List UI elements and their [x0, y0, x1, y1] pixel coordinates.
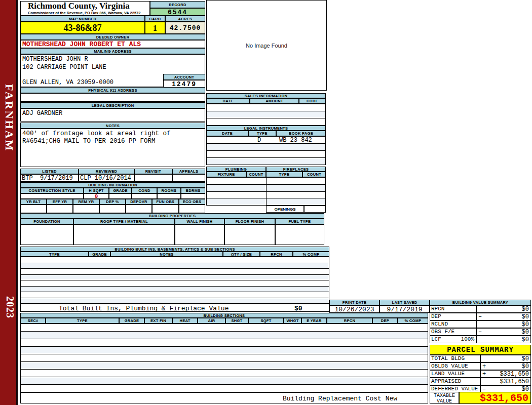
depovr-label: DEPOVR	[126, 199, 152, 205]
bvs-row-label: DEP	[430, 313, 476, 320]
reviewed-label: REVIEWED	[79, 169, 134, 174]
county-header: Richmond County, Virginia Commissioner o…	[20, 1, 150, 16]
print-date-value: 10/26/2023	[329, 305, 379, 313]
appeals-value	[172, 174, 205, 182]
table-row	[21, 339, 428, 347]
wall-finish-value	[175, 224, 224, 245]
bs-sqft-label: SQFT	[248, 318, 284, 323]
bvs-row-value: $0	[476, 305, 531, 313]
building-sections-label: BUILDING SECTIONS	[20, 313, 428, 318]
bs-grade-label: GRADE	[119, 318, 144, 323]
bvs-row-label: LCF100%	[430, 336, 476, 343]
bvs-pct	[474, 321, 476, 328]
table-row	[21, 362, 428, 370]
li-bookpage-label: BOOK PAGE	[276, 131, 326, 136]
building-sections-table	[20, 323, 428, 392]
table-row	[207, 158, 325, 165]
ps-amount: $331,650	[500, 371, 529, 377]
table-row	[21, 275, 329, 281]
card-label: CARD	[145, 16, 165, 22]
yrblt-label: YR BLT	[20, 199, 47, 205]
table-row	[207, 151, 325, 158]
fireplaces-label: FIREPLACES	[266, 167, 326, 172]
ps-op: +	[482, 371, 486, 377]
legal-description-label: LEGAL DESCRIPTION	[20, 102, 205, 108]
fireplace-type-label: TYPE	[266, 172, 302, 177]
hsqft-value: 0	[84, 193, 109, 199]
builtins-qty-label: QTY / SIZE	[223, 252, 260, 257]
table-row	[21, 257, 329, 263]
acres-value: 42.7500	[165, 22, 205, 34]
sales-code-label: CODE	[299, 98, 326, 104]
bvs-row-label: RPCN	[430, 305, 476, 313]
building-value-summary-table: RPCN $0 DEP –$0 RCLND $0 OBS F/E –$0 LCF…	[430, 305, 531, 342]
table-row	[21, 370, 428, 377]
bs-whgt-label: WHGT	[284, 318, 301, 323]
bvs-amount: $0	[522, 329, 529, 335]
yrblt-value	[20, 205, 47, 213]
map-number-value: 43-86&87	[20, 22, 145, 34]
openings-label: OPENINGS	[266, 206, 304, 213]
physical-address-value	[20, 93, 205, 102]
bs-sec-label: SEC#	[20, 318, 46, 323]
notes-label: NOTES	[20, 123, 205, 129]
floor-finish-value	[224, 224, 275, 245]
bvs-row-label: RCLND	[430, 320, 476, 328]
no-image-text: No Image Found	[246, 43, 287, 49]
sales-table	[206, 104, 326, 126]
bs-air-label: AIR	[198, 318, 225, 323]
bvs-name: RPCN	[431, 306, 444, 312]
builtins-comp-label: % COMP	[293, 252, 329, 257]
replacement-cost-label: Building Replacement Cost New	[251, 395, 428, 402]
builtins-notes-label: NOTES	[110, 252, 223, 257]
bvs-pct	[474, 306, 476, 312]
deeded-owner-label: DEEDED OWNER	[20, 34, 205, 40]
parcel-summary-table: TOTAL BLDG VALUE $0 OBLDG VALUE +$0 LAND…	[430, 355, 531, 392]
funobs-value	[152, 205, 179, 213]
building-sections-footer-row: Building Replacement Cost New	[20, 392, 428, 403]
county-subtitle: Commissioner of the Revenue, PO Box 366,…	[28, 11, 149, 15]
table-row	[21, 287, 329, 293]
fuel-type-value	[275, 224, 324, 245]
card-value: 1	[145, 22, 165, 34]
ps-op: +	[482, 363, 486, 370]
bvs-name: LCF	[431, 336, 441, 343]
built-ins-total-row: Total Built Ins, Plumbing & Fireplace Va…	[20, 304, 329, 312]
table-row	[21, 332, 428, 339]
built-ins-label: BUILDING BUILT INS, BASEMENTS, ATTICS & …	[20, 247, 329, 252]
openings-value	[304, 206, 326, 213]
listed-value: BTP 9/17/2019	[20, 174, 79, 182]
mailing-address-label: MAILING ADDRESS	[20, 48, 205, 54]
bvs-name: RCLND	[431, 321, 448, 328]
bvs-amount: $0	[522, 336, 529, 343]
table-row: D WB 23 842	[207, 137, 325, 144]
record-value: 6544	[150, 8, 205, 16]
built-ins-total-label: Total Built Ins, Plumbing & Fireplace Va…	[59, 305, 229, 312]
table-row	[207, 111, 325, 118]
fireplace-cell	[267, 198, 326, 205]
foundation-label: FOUNDATION	[20, 219, 73, 224]
rooms-value	[157, 193, 181, 199]
table-row	[207, 192, 325, 199]
fixture-label: FIXTURE	[206, 172, 246, 177]
tax-year-vertical: 2023	[2, 285, 16, 330]
taxable-value-amount: $331,650	[459, 392, 531, 404]
construction-style-value	[20, 193, 84, 199]
bvs-row-value: $0	[476, 320, 531, 328]
district-name-vertical: FARNHAM	[2, 65, 16, 171]
building-information-label: BUILDING INFORMATION	[20, 182, 205, 188]
sales-amount-label: AMOUNT	[250, 98, 299, 104]
fireplace-cell	[267, 178, 326, 184]
li-date-label: DATE	[206, 131, 248, 136]
bvs-amount: $0	[522, 306, 529, 312]
built-ins-table	[20, 257, 329, 304]
ps-row-label: APPRAISED VALUE	[430, 378, 480, 385]
fireplace-cell	[267, 185, 326, 191]
li-row-type: D	[257, 137, 261, 144]
account-value: 12479	[163, 80, 205, 88]
ecoobs-value	[179, 205, 205, 213]
revisit-value	[134, 174, 172, 182]
ps-row-value: $0	[480, 355, 531, 362]
bdrms-label: BDRMS	[181, 188, 205, 193]
ps-row-label: OBLDG VALUE	[430, 362, 480, 370]
